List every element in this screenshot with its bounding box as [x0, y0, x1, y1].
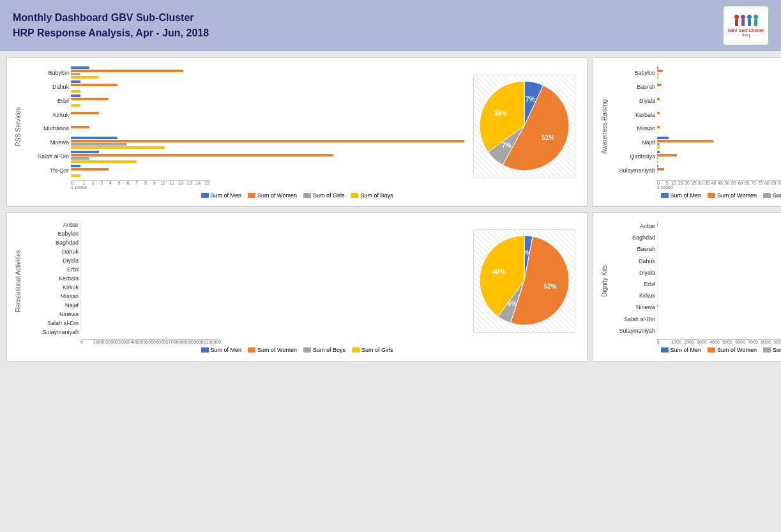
bar-row: Missan	[610, 124, 781, 133]
bar-row: Kirkuk	[610, 291, 781, 300]
bar-row: Kerbala	[610, 110, 781, 119]
legend-item: Sum of Men	[661, 347, 702, 353]
legend-item: Sum of Boys	[351, 192, 393, 199]
svg-text:51%: 51%	[542, 134, 554, 141]
panel-label: Dignity Kits	[598, 218, 610, 344]
legend-color	[352, 347, 360, 353]
bar-row: Salah al-Din	[24, 152, 464, 161]
bar-row: Babylon	[24, 229, 464, 238]
panel-recreational: Recreational Activities Anbar Babylon Ba…	[6, 212, 588, 361]
bar-row: Dahuk	[24, 247, 464, 256]
svg-text:35%: 35%	[494, 110, 507, 117]
bar-row: Sulaymaniyah	[610, 166, 781, 175]
legend-dignity: Sum of Men Sum of Women Sum of Boys Sum …	[598, 344, 781, 356]
bar-row: Baghdad	[610, 233, 781, 242]
legend-recreational: Sum of Men Sum of Women Sum of Boys Sum …	[12, 344, 582, 356]
header: Monthly Dashboard GBV Sub-Cluster HRP Re…	[0, 0, 781, 51]
bar-row: Kirkuk	[24, 283, 464, 292]
bar-row: Basrah	[610, 245, 781, 254]
legend-color	[201, 193, 209, 198]
bar-row: Ninewa	[610, 303, 781, 312]
bar-row: Anbar	[610, 222, 781, 231]
legend-awareness: Sum of Men Sum of Women Sum of Boys Sum …	[598, 190, 781, 201]
legend-color	[248, 347, 255, 353]
svg-text:7%: 7%	[502, 142, 512, 149]
legend-item: Sum of Girls	[303, 192, 345, 199]
bar-row: Salah al-Din	[610, 315, 781, 324]
legend-item: Sum of Women	[708, 347, 757, 353]
bar-row: Basrah	[610, 82, 781, 91]
legend-color	[303, 193, 311, 198]
panel-dignity: Dignity Kits Anbar Baghdad Basrah	[593, 212, 781, 361]
legend-color	[661, 193, 669, 198]
legend-item: Sum of Boys	[763, 192, 781, 199]
pie-area-recreational: 3%52%5%40%	[467, 218, 582, 344]
bar-row: Ninewa	[24, 310, 464, 319]
pie-area-pss: 7%51%7%35%	[467, 63, 582, 190]
bar-row: Baghdad	[24, 238, 464, 247]
legend-color	[351, 193, 358, 198]
panel-label: Awareness Raising	[598, 63, 610, 190]
bar-row: Ninewa	[24, 138, 464, 147]
bar-row: Babylon	[24, 68, 464, 77]
legend-item: Sum of Women	[248, 192, 297, 199]
bar-row: Sulaymaniyah	[610, 326, 781, 335]
legend-item: Sum of Boys	[303, 347, 345, 353]
bar-row: Anbar	[24, 220, 464, 229]
logo: GBV Sub-Cluster Iraq	[724, 6, 768, 45]
panel-awareness: Awareness Raising Babylon Basrah Diyala	[593, 57, 781, 207]
bar-row: Qadissiya	[610, 152, 781, 161]
legend-pss: Sum of Men Sum of Women Sum of Girls Sum…	[12, 190, 582, 201]
bar-row: Salah al-Din	[24, 319, 464, 328]
panel-pss: PSS Services Babylon Dahuk Erbil	[6, 57, 588, 207]
bar-row: Thi-Qar	[24, 166, 464, 175]
legend-item: Sum of Women	[248, 347, 297, 353]
bar-row: Erbil	[610, 280, 781, 289]
legend-color	[661, 347, 669, 353]
legend-item: Sum of Boys	[763, 347, 781, 353]
panel-label: PSS Services	[12, 63, 24, 190]
bar-row: Sulaymaniyah	[24, 328, 464, 337]
svg-text:40%: 40%	[492, 268, 505, 275]
bar-row: Najaf	[24, 301, 464, 310]
legend-color	[708, 193, 715, 198]
bar-row: Dahuk	[24, 82, 464, 91]
legend-item: Sum of Women	[708, 192, 757, 199]
legend-item: Sum of Men	[201, 347, 242, 353]
legend-color	[763, 347, 771, 353]
legend-color	[248, 193, 255, 198]
header-title: Monthly Dashboard GBV Sub-Cluster HRP Re…	[13, 10, 209, 41]
svg-text:52%: 52%	[544, 283, 557, 290]
bar-row: Najaf	[610, 138, 781, 147]
bar-row: Erbil	[24, 265, 464, 274]
bar-row: Muthanna	[24, 124, 464, 133]
bar-row: Erbil	[24, 96, 464, 105]
bar-row: Kerbala	[24, 274, 464, 283]
legend-item: Sum of Men	[661, 192, 702, 199]
bar-row: Babylon	[610, 68, 781, 77]
legend-color	[303, 347, 311, 353]
legend-item: Sum of Girls	[352, 347, 393, 353]
panel-label: Recreational Activities	[12, 218, 24, 344]
legend-color	[201, 347, 209, 353]
bar-row: Diyala	[24, 256, 464, 265]
bar-row: Missan	[24, 292, 464, 301]
bar-row: Diyala	[610, 96, 781, 105]
legend-color	[763, 193, 771, 198]
svg-text:7%: 7%	[526, 96, 535, 103]
bar-row: Dahuk	[610, 257, 781, 266]
bar-row: Diyala	[610, 268, 781, 277]
legend-item: Sum of Men	[201, 192, 242, 199]
dashboard-grid: PSS Services Babylon Dahuk Erbil	[0, 51, 781, 368]
legend-color	[708, 347, 715, 353]
bar-row: Kirkuk	[24, 110, 464, 119]
